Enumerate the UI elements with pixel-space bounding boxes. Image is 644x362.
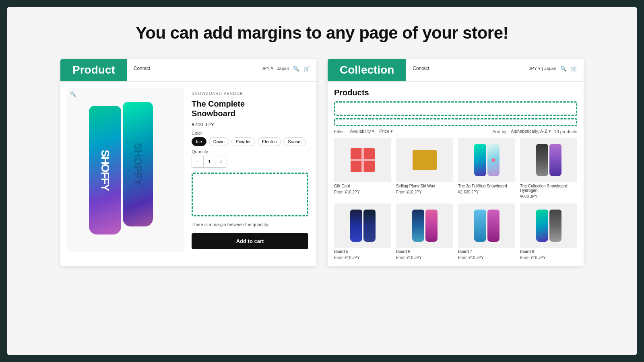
product-price-gift: From ¥10 JPY xyxy=(334,190,391,194)
collection-nav-currency[interactable]: JPY ¥ | Japan xyxy=(529,66,556,71)
mini-board-8-2 xyxy=(549,210,561,242)
quantity-row: − 1 + xyxy=(192,156,227,168)
collection-content-area: Products Filter: Availability ▾ Price ▾ … xyxy=(328,82,584,266)
product-tab-label: Product xyxy=(60,59,127,81)
search-icon[interactable]: 🔍 xyxy=(293,65,299,72)
filter-label: Filter: xyxy=(334,129,345,134)
mini-board-5-1 xyxy=(350,210,362,242)
product-card-5: Board 5 From ¥10 JPY xyxy=(334,204,391,260)
sort-label: Sort by: xyxy=(492,129,508,134)
mini-board-3p-2 xyxy=(487,144,500,176)
color-section: Color Ice Dawn Powder Electric Sunset xyxy=(192,131,308,146)
collection-section-title: Products xyxy=(334,88,577,97)
product-card-8: Board 8 From ¥10 JPY xyxy=(520,204,577,260)
collection-dashed-mid xyxy=(334,118,577,126)
product-image-wax xyxy=(396,138,453,182)
mini-board-6-1 xyxy=(412,210,424,242)
product-image-area: 🔍 xyxy=(67,88,184,252)
mini-board-7-2 xyxy=(487,210,500,242)
gift-box-icon xyxy=(351,148,375,172)
mini-board-h-1 xyxy=(536,144,548,176)
product-price-wax: From ¥10 JPY xyxy=(396,190,453,194)
product-name-8: Board 8 xyxy=(520,249,577,254)
price-filter[interactable]: Price ▾ xyxy=(379,129,393,134)
page-headline: You can add margins to any page of your … xyxy=(136,23,508,43)
product-name-7: Board 7 xyxy=(458,249,515,254)
filter-left: Filter: Availability ▾ Price ▾ xyxy=(334,129,393,134)
product-price-8: From ¥10 JPY xyxy=(520,255,577,260)
wax-box-icon xyxy=(413,150,437,170)
product-image-gift xyxy=(334,138,391,182)
product-card-hydrogen: The Collection Snowboard: Hydrogen ¥600 … xyxy=(520,138,577,199)
board-pair-hydrogen xyxy=(536,144,561,176)
collection-cart-icon[interactable]: 🛒 xyxy=(571,65,577,72)
board-pair-5 xyxy=(350,210,376,242)
collection-panel: Collection Contact JPY ¥ | Japan 🔍 🛒 Pro… xyxy=(328,59,584,266)
snowboard-board-2 xyxy=(123,102,153,226)
product-name-gift: Gift Card xyxy=(334,184,391,188)
mini-board-6-2 xyxy=(425,210,438,242)
quantity-value: 1 xyxy=(203,156,215,167)
availability-filter[interactable]: Availability ▾ xyxy=(350,129,375,134)
color-electric[interactable]: Electric xyxy=(258,137,281,146)
board-pair-7 xyxy=(474,210,500,242)
products-grid: Gift Card From ¥10 JPY Selling Plans Ski… xyxy=(334,138,577,260)
product-panel: Product Contact JPY ¥ | Japan 🔍 🛒 🔍 xyxy=(60,59,316,266)
quantity-decrease[interactable]: − xyxy=(192,156,203,167)
board-pair-6 xyxy=(412,210,438,242)
panels-container: Product Contact JPY ¥ | Japan 🔍 🛒 🔍 xyxy=(60,59,584,266)
product-image-hydrogen xyxy=(520,138,577,182)
product-details: SNOWBOARD VENDOR The Complete Snowboard … xyxy=(190,88,310,252)
mini-board-5-2 xyxy=(363,210,376,242)
quantity-increase[interactable]: + xyxy=(215,156,227,167)
board-pair-8 xyxy=(536,210,561,242)
cart-icon[interactable]: 🛒 xyxy=(303,65,310,72)
product-price-7: From ¥10 JPY xyxy=(458,255,515,260)
mini-board-h-2 xyxy=(549,144,561,176)
mini-board-3p-1 xyxy=(474,144,486,176)
product-image-7 xyxy=(458,204,515,248)
product-image-6 xyxy=(396,204,453,248)
quantity-label: Quantity xyxy=(192,149,308,154)
product-name-3p: The 3p Fulfilled Snowboard xyxy=(458,184,515,188)
collection-search-icon[interactable]: 🔍 xyxy=(560,65,567,72)
color-sunset[interactable]: Sunset xyxy=(283,137,306,146)
color-options: Ice Dawn Powder Electric Sunset xyxy=(192,137,308,146)
product-name-hydrogen: The Collection Snowboard: Hydrogen xyxy=(520,184,577,193)
color-ice[interactable]: Ice xyxy=(192,137,206,146)
product-nav-currency[interactable]: JPY ¥ | Japan xyxy=(262,66,289,71)
product-name-6: Board 6 xyxy=(396,249,453,254)
product-card-7: Board 7 From ¥10 JPY xyxy=(458,204,515,260)
product-title: The Complete Snowboard xyxy=(192,99,308,118)
margin-note: There is a margin between the quantity. xyxy=(192,222,308,227)
product-image-5 xyxy=(334,204,391,248)
product-price-6: From ¥10 JPY xyxy=(396,255,453,260)
product-nav-contact[interactable]: Contact xyxy=(134,66,150,71)
quantity-section: Quantity − 1 + xyxy=(192,149,308,168)
add-to-cart-button[interactable]: Add to cart xyxy=(192,233,308,249)
product-price-3p: ¥2,630 JPY xyxy=(458,190,515,194)
snowboard-board-1 xyxy=(89,106,121,234)
snowboard-image xyxy=(89,102,161,239)
product-name-5: Board 5 xyxy=(334,249,391,254)
product-name-wax: Selling Plans Ski Wax xyxy=(396,184,453,188)
color-powder[interactable]: Powder xyxy=(231,137,255,146)
color-label: Color xyxy=(192,131,308,136)
product-image-3p xyxy=(458,138,515,182)
sort-value[interactable]: Alphabetically, A-Z ▾ xyxy=(511,129,551,134)
product-content-area: 🔍 SNOWBOARD VENDOR The Complete Snowboar… xyxy=(60,82,316,259)
product-card-6: Board 6 From ¥10 JPY xyxy=(396,204,453,260)
collection-tab-label: Collection xyxy=(328,59,406,81)
collection-nav-contact[interactable]: Contact xyxy=(413,66,429,71)
mini-board-8-1 xyxy=(536,210,548,242)
product-card-gift: Gift Card From ¥10 JPY xyxy=(334,138,391,199)
vendor-label: SNOWBOARD VENDOR xyxy=(192,91,308,96)
product-price-hydrogen: ¥600 JPY xyxy=(520,194,577,199)
product-card-wax: Selling Plans Ski Wax From ¥10 JPY xyxy=(396,138,453,199)
board-pair-3p xyxy=(474,144,500,176)
margin-dashed-box xyxy=(192,173,308,216)
zoom-icon: 🔍 xyxy=(70,91,76,97)
product-count: 13 products xyxy=(554,129,577,134)
product-image-8 xyxy=(520,204,577,248)
color-dawn[interactable]: Dawn xyxy=(209,137,229,146)
